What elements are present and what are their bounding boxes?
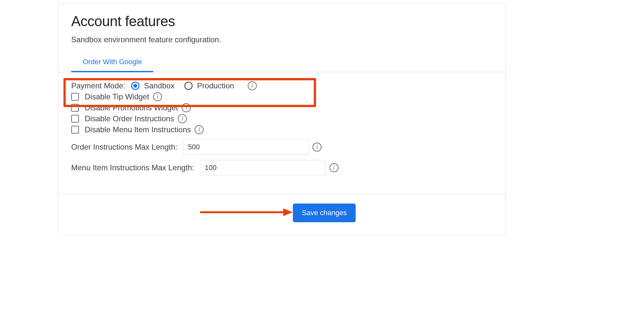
info-icon[interactable] (330, 163, 339, 172)
card-footer: Save changes (58, 194, 505, 235)
tab-order-with-google[interactable]: Order With Google (71, 53, 153, 72)
disable-promotions-widget-row: Disable Promotions Widget (71, 103, 493, 112)
payment-mode-radio-production[interactable]: Production (184, 81, 234, 90)
payment-mode-production-label: Production (197, 81, 234, 90)
disable-menu-item-instructions-row: Disable Menu Item Instructions (71, 125, 493, 134)
disable-tip-widget-label: Disable Tip Widget (85, 92, 149, 101)
order-instructions-max-length-row: Order Instructions Max Length: (71, 139, 493, 155)
info-icon[interactable] (178, 114, 187, 123)
radio-icon (184, 82, 193, 90)
payment-mode-label: Payment Mode: (71, 81, 125, 90)
menu-item-instructions-max-length-input[interactable] (200, 160, 326, 175)
disable-tip-widget-row: Disable Tip Widget (71, 92, 493, 101)
tabs: Order With Google (58, 53, 505, 72)
account-features-card: Account features Sandbox environment fea… (58, 3, 506, 235)
payment-mode-radio-sandbox[interactable]: Sandbox (131, 81, 175, 90)
order-instructions-max-length-input[interactable] (183, 139, 309, 155)
payment-mode-sandbox-label: Sandbox (144, 81, 175, 90)
disable-menu-item-instructions-label: Disable Menu Item Instructions (85, 125, 191, 134)
disable-promotions-widget-label: Disable Promotions Widget (85, 103, 178, 112)
info-icon[interactable] (182, 103, 191, 112)
svg-marker-1 (283, 208, 293, 216)
form-area: Payment Mode: Sandbox Production Disable… (58, 72, 505, 194)
card-header: Account features Sandbox environment fea… (58, 4, 505, 44)
checkbox-disable-tip-widget[interactable] (71, 93, 79, 101)
checkbox-disable-order-instructions[interactable] (71, 115, 79, 123)
checkbox-disable-menu-item-instructions[interactable] (71, 126, 79, 134)
info-icon[interactable] (248, 81, 257, 90)
annotation-arrow (200, 207, 293, 217)
save-button[interactable]: Save changes (293, 204, 356, 222)
menu-item-instructions-max-length-row: Menu Item Instructions Max Length: (71, 160, 493, 175)
page-title: Account features (71, 13, 493, 29)
payment-mode-row: Payment Mode: Sandbox Production (71, 81, 493, 90)
info-icon[interactable] (153, 92, 162, 101)
info-icon[interactable] (195, 125, 204, 134)
disable-order-instructions-label: Disable Order Instructions (85, 114, 174, 123)
checkbox-disable-promotions-widget[interactable] (71, 104, 79, 112)
disable-order-instructions-row: Disable Order Instructions (71, 114, 493, 123)
page-subtitle: Sandbox environment feature configuratio… (71, 35, 493, 44)
order-instructions-max-length-label: Order Instructions Max Length: (71, 143, 177, 152)
info-icon[interactable] (312, 143, 322, 152)
menu-item-instructions-max-length-label: Menu Item Instructions Max Length: (71, 163, 194, 172)
radio-icon (131, 82, 139, 90)
